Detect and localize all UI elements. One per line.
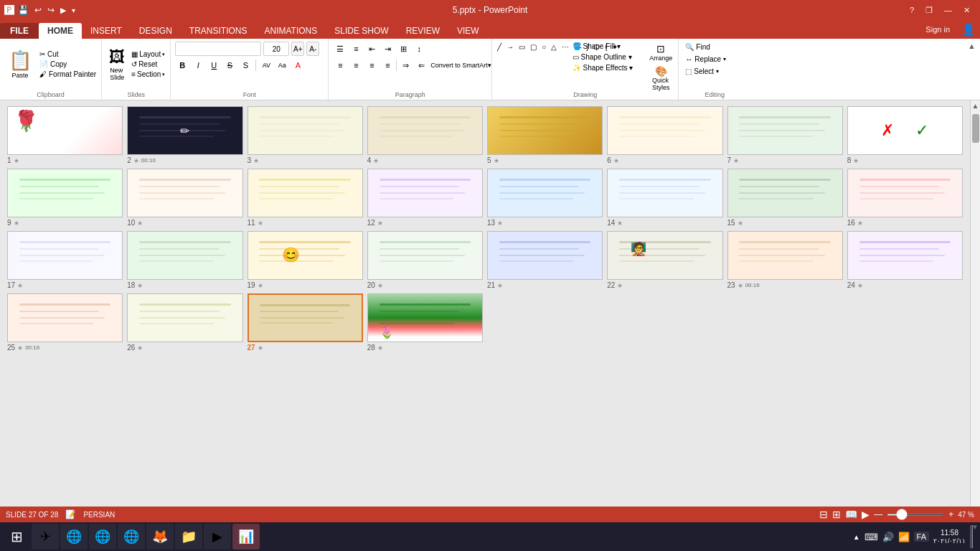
- slide-panel[interactable]: 🌹1★✏2★00:103★4★5★6★7★✗✓8★9★10★11★12★13★1…: [0, 100, 970, 507]
- tab-file[interactable]: FILE: [0, 23, 39, 39]
- normal-view-icon[interactable]: ⊟: [819, 509, 828, 520]
- slideshow-icon[interactable]: ▶: [862, 509, 870, 520]
- slide-item[interactable]: 🌹1★: [7, 106, 123, 164]
- slide-item[interactable]: 16★: [847, 169, 963, 227]
- underline-button[interactable]: U: [207, 58, 221, 72]
- slide-sorter-icon[interactable]: ⊞: [832, 509, 841, 520]
- zoom-slider[interactable]: [887, 514, 944, 516]
- shape-ellipse[interactable]: ○: [540, 42, 548, 52]
- start-button[interactable]: ⊞: [3, 524, 30, 550]
- slide-thumbnail[interactable]: [248, 106, 363, 155]
- shape-triangle[interactable]: △: [549, 42, 559, 52]
- user-icon[interactable]: 👤: [957, 23, 980, 37]
- bullets-button[interactable]: ☰: [333, 42, 347, 56]
- slide-item[interactable]: 5★: [487, 106, 603, 164]
- slide-thumbnail[interactable]: [248, 169, 363, 217]
- slide-item[interactable]: 11★: [248, 169, 363, 227]
- slide-item[interactable]: 9★: [7, 169, 123, 227]
- customize-qat-icon[interactable]: ▾: [70, 5, 77, 16]
- slide-item[interactable]: 17★: [7, 231, 123, 289]
- shape-arrow[interactable]: →: [504, 42, 516, 52]
- slide-thumbnail[interactable]: 😊: [248, 231, 363, 280]
- slide-thumbnail[interactable]: [127, 293, 242, 342]
- shape-effects-button[interactable]: ✨ Shape Effects ▾: [570, 63, 635, 72]
- paste-button[interactable]: 📋 Paste: [3, 40, 37, 98]
- slide-item[interactable]: 23★00:16: [727, 231, 843, 289]
- keyboard-icon[interactable]: ⌨: [864, 532, 878, 542]
- quick-styles-button[interactable]: 🎨 QuickStyles: [646, 64, 675, 93]
- rtl-button[interactable]: ⇒: [398, 58, 413, 72]
- increase-indent-button[interactable]: ⇥: [380, 42, 395, 56]
- slide-thumbnail[interactable]: ✏: [127, 106, 242, 155]
- ltr-button[interactable]: ⇐: [414, 58, 428, 72]
- font-name-input[interactable]: [175, 42, 261, 56]
- taskbar-chrome[interactable]: 🌐: [60, 524, 88, 550]
- collapse-ribbon-button[interactable]: ▲: [965, 40, 979, 52]
- shadow-button[interactable]: S: [238, 58, 253, 72]
- shape-fill-button[interactable]: 🪣 Shape Fill ▾: [570, 42, 635, 51]
- align-left-button[interactable]: ≡: [333, 58, 347, 72]
- clock[interactable]: 11:58 ۲۰۲۱/۰۲/۱۱: [933, 528, 966, 546]
- scroll-up-icon[interactable]: ▲: [972, 102, 979, 110]
- slide-item[interactable]: 15★: [727, 169, 843, 227]
- slide-thumbnail[interactable]: [127, 231, 242, 280]
- slide-item[interactable]: 27★: [248, 293, 363, 352]
- select-button[interactable]: ⬚ Select ▾: [683, 66, 746, 77]
- tab-review[interactable]: REVIEW: [397, 23, 448, 39]
- font-color-button[interactable]: A: [291, 58, 305, 72]
- slide-thumbnail[interactable]: [367, 169, 483, 217]
- convert-smartart-button[interactable]: Convert to SmartArt▾: [430, 58, 487, 72]
- slide-item[interactable]: 13★: [487, 169, 603, 227]
- slide-item[interactable]: 6★: [607, 106, 722, 164]
- sign-in[interactable]: Sign in: [918, 23, 957, 36]
- taskbar-ie[interactable]: 🌐: [89, 524, 116, 550]
- slide-item[interactable]: 😊19★: [248, 231, 363, 289]
- slide-item[interactable]: 🧑‍🏫22★: [607, 231, 722, 289]
- slide-thumbnail[interactable]: [607, 169, 722, 217]
- restore-icon[interactable]: ❐: [921, 4, 937, 17]
- align-right-button[interactable]: ≡: [364, 58, 379, 72]
- redo-icon[interactable]: ↪: [45, 4, 57, 17]
- slide-item[interactable]: 18★: [127, 231, 242, 289]
- slide-item[interactable]: 21★: [487, 231, 603, 289]
- slide-item[interactable]: 3★: [248, 106, 363, 164]
- bold-button[interactable]: B: [175, 58, 189, 72]
- find-button[interactable]: 🔍 Find: [683, 42, 746, 52]
- align-center-button[interactable]: ≡: [349, 58, 363, 72]
- slide-item[interactable]: ✗✓8★: [847, 106, 963, 164]
- network-icon[interactable]: 🔊: [882, 532, 894, 542]
- slide-thumbnail[interactable]: 🌷: [367, 293, 483, 342]
- slide-thumbnail[interactable]: 🌹: [7, 106, 123, 155]
- arrange-button[interactable]: ⊡ Arrange: [646, 42, 675, 63]
- slide-thumbnail[interactable]: [127, 169, 242, 217]
- replace-button[interactable]: ↔ Replace ▾: [683, 54, 746, 65]
- change-case-button[interactable]: Aa: [275, 58, 289, 72]
- slide-thumbnail[interactable]: ✗✓: [847, 106, 963, 155]
- font-size-decrease-button[interactable]: A-: [306, 42, 319, 56]
- slide-item[interactable]: 4★: [367, 106, 483, 164]
- slide-thumbnail[interactable]: [847, 169, 963, 217]
- layout-button[interactable]: ▦ Layout ▾: [129, 50, 167, 59]
- decrease-indent-button[interactable]: ⇤: [364, 42, 379, 56]
- taskbar-edge[interactable]: 🌐: [118, 524, 145, 550]
- line-spacing-button[interactable]: ↕: [412, 42, 426, 56]
- slide-thumbnail[interactable]: [847, 231, 963, 280]
- minimize-icon[interactable]: —: [940, 4, 956, 16]
- scroll-thumb[interactable]: [972, 114, 979, 143]
- columns-button[interactable]: ⊞: [396, 42, 410, 56]
- reading-view-icon[interactable]: 📖: [845, 509, 857, 520]
- slide-thumbnail[interactable]: [607, 106, 722, 155]
- zoom-in-icon[interactable]: +: [948, 509, 953, 519]
- tab-animations[interactable]: ANIMATIONS: [255, 23, 326, 39]
- slide-item[interactable]: 🌷28★: [367, 293, 483, 352]
- slide-item[interactable]: 14★: [607, 169, 722, 227]
- slide-thumbnail[interactable]: 🧑‍🏫: [607, 231, 722, 280]
- notes-icon[interactable]: 📝: [65, 509, 76, 519]
- copy-button[interactable]: 📄 Copy: [37, 60, 98, 69]
- font-size-input[interactable]: [263, 42, 289, 56]
- tab-slideshow[interactable]: SLIDE SHOW: [326, 23, 397, 39]
- section-button[interactable]: ≡ Section ▾: [129, 70, 167, 79]
- justify-button[interactable]: ≡: [380, 58, 395, 72]
- zoom-out-icon[interactable]: —: [874, 509, 882, 519]
- slide-thumbnail[interactable]: [367, 231, 483, 280]
